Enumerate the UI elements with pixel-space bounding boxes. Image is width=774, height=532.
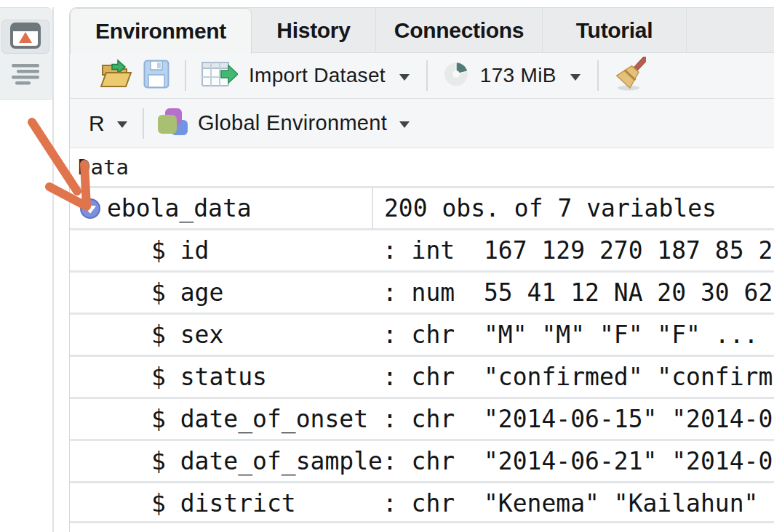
open-folder-icon xyxy=(100,59,132,92)
memory-donut-icon xyxy=(443,61,469,90)
load-workspace-button[interactable] xyxy=(100,59,132,92)
tab-history[interactable]: History xyxy=(252,8,376,53)
section-header-data: Data xyxy=(70,148,774,186)
object-row-ebola-data[interactable]: ebola_data 200 obs. of 7 variables xyxy=(70,186,774,228)
field-row-id: $ id : int 167 129 270 187 85 2 xyxy=(70,228,774,270)
import-table-icon xyxy=(202,60,238,92)
tab-tutorial[interactable]: Tutorial xyxy=(543,8,687,53)
language-selector-label[interactable]: R xyxy=(89,111,105,136)
environment-panel: Environment History Connections Tutorial xyxy=(69,7,774,532)
environment-scope-label[interactable]: Global Environment xyxy=(198,111,387,135)
field-row-status: $ status : chr "confirmed" "confirm xyxy=(70,355,774,397)
tab-environment[interactable]: Environment xyxy=(70,8,252,54)
plot-pane-icon xyxy=(9,22,41,52)
toolbar-separator xyxy=(426,60,428,91)
import-dataset-label[interactable]: Import Dataset xyxy=(249,64,386,87)
import-dataset-button[interactable] xyxy=(202,60,238,92)
chevron-down-icon[interactable] xyxy=(117,121,127,128)
expand-collapse-icon[interactable] xyxy=(79,198,101,219)
tab-environment-label: Environment xyxy=(95,19,226,44)
field-row-age: $ age : num 55 41 12 NA 20 30 62 xyxy=(70,270,774,313)
field-row-sex: $ sex : chr "M" "M" "F" "F" ... xyxy=(70,313,774,355)
toolbar-separator xyxy=(185,60,186,91)
left-icon-rail xyxy=(0,7,52,100)
tab-tutorial-label: Tutorial xyxy=(576,18,653,43)
tab-connections-label: Connections xyxy=(394,18,524,43)
pane-splitter[interactable] xyxy=(52,7,54,532)
memory-usage-button[interactable] xyxy=(443,61,469,90)
rail-button-outline[interactable] xyxy=(1,59,49,93)
environment-toolbar: Import Dataset 173 MiB xyxy=(70,53,774,99)
memory-usage-label[interactable]: 173 MiB xyxy=(480,64,556,87)
toolbar-separator xyxy=(143,108,144,139)
clear-objects-button[interactable] xyxy=(614,57,646,94)
field-row-district: $ district : chr "Kenema" "Kailahun" xyxy=(70,481,774,523)
save-workspace-button[interactable] xyxy=(143,60,169,92)
broom-icon xyxy=(614,57,646,94)
object-list: Data ebola_data 200 obs. of 7 variables … xyxy=(70,148,774,523)
outline-icon xyxy=(9,64,41,89)
rail-button-plot-pane[interactable] xyxy=(1,20,49,54)
tab-history-label: History xyxy=(276,18,350,43)
chevron-down-icon[interactable] xyxy=(399,121,410,128)
environment-scope-bar: R Global Environment xyxy=(70,99,774,148)
environment-stack-icon xyxy=(158,108,188,140)
tab-connections[interactable]: Connections xyxy=(376,8,543,53)
toolbar-separator xyxy=(597,60,599,91)
column-divider[interactable] xyxy=(372,188,373,228)
rstudio-environment-pane: Environment History Connections Tutorial xyxy=(0,0,774,532)
environment-selector[interactable] xyxy=(158,108,188,140)
field-row-date-of-sample: $ date_of_sample: chr "2014-06-21" "2014… xyxy=(70,439,774,481)
chevron-down-icon[interactable] xyxy=(570,74,580,81)
tab-strip: Environment History Connections Tutorial xyxy=(70,8,774,53)
chevron-down-icon[interactable] xyxy=(399,74,410,81)
object-name[interactable]: ebola_data xyxy=(107,194,252,222)
object-summary: 200 obs. of 7 variables xyxy=(384,188,717,228)
save-icon xyxy=(143,60,169,92)
field-row-date-of-onset: $ date_of_onset : chr "2014-06-15" "2014… xyxy=(70,397,774,439)
